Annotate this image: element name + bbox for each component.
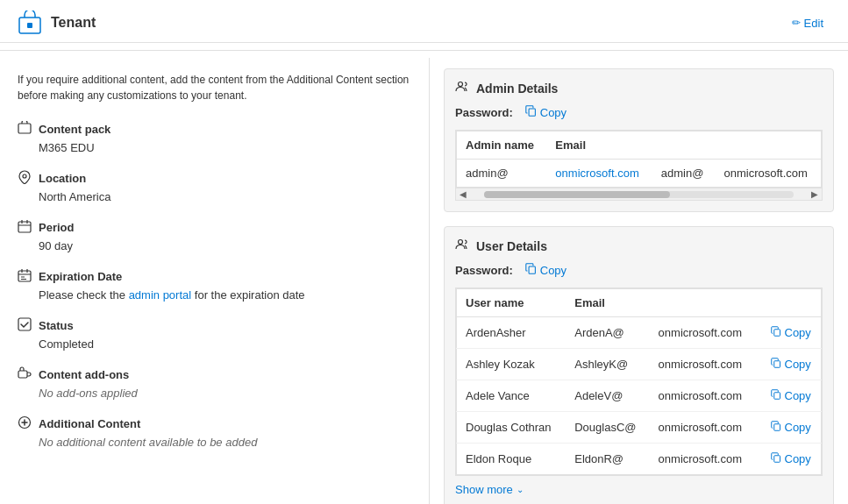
edit-button[interactable]: ✏ Edit [785,13,830,33]
location-icon [18,170,32,187]
main-layout: If you require additional content, add t… [0,58,848,504]
row-copy-button[interactable]: Copy [766,387,816,404]
username-cell: Adele Vance [457,380,567,412]
svg-rect-5 [18,271,31,281]
table-row: Adele Vance AdeleV@ onmicrosoft.com Copy [457,380,822,412]
expiration-value: Please check the admin portal for the ex… [18,288,411,302]
row-copy-cell: Copy [757,444,822,475]
email-user-cell: AshleyK@ [566,349,649,380]
row-copy-button[interactable]: Copy [766,419,816,436]
svg-rect-16 [773,424,780,431]
admin-table-col-copy [715,131,821,160]
table-row: Ashley Kozak AshleyK@ onmicrosoft.com Co… [457,349,822,380]
status-value: Completed [18,337,411,351]
user-details-block: User Details Password: Copy User name Em [444,226,834,504]
admin-email2-cell: admin@ [652,160,716,188]
additional-content-icon [18,415,32,432]
email-domain-cell: onmicrosoft.com [650,412,757,444]
row-copy-cell: Copy [757,412,822,444]
section-status: Status Completed [18,317,411,351]
additional-content-value: No additional content available to be ad… [18,436,411,449]
svg-rect-1 [27,23,32,28]
addons-value: No add-ons applied [18,387,411,400]
admin-email-cell: onmicrosoft.com [546,160,652,188]
svg-point-11 [459,240,463,245]
status-icon [18,317,32,334]
admin-details-block: Admin Details Password: Copy Admin name [444,68,834,212]
section-period: Period 90 day [18,219,411,252]
additional-content-title: Additional Content [39,417,140,430]
email-user-cell: AdeleV@ [566,380,649,412]
svg-rect-2 [18,124,31,133]
username-cell: Douglas Cothran [457,412,567,444]
admin-password-copy-button[interactable]: Copy [520,103,572,121]
admin-table-col-email: Email [546,131,652,160]
row-copy-icon [771,389,781,402]
svg-point-3 [23,174,26,178]
admin-details-title: Admin Details [476,82,558,96]
svg-point-9 [459,82,463,87]
email-domain-cell: onmicrosoft.com [650,317,757,349]
info-notice: If you require additional content, add t… [18,72,411,103]
admin-password-label: Password: [455,106,513,119]
expiration-icon [18,268,32,285]
row-copy-icon [771,452,781,465]
user-password-copy-button[interactable]: Copy [520,261,572,279]
email-domain-cell: onmicrosoft.com [650,349,757,380]
admin-email2-domain: onmicrosoft.com [715,160,821,188]
svg-rect-14 [773,361,780,368]
scroll-left-arrow[interactable]: ◀ [456,189,470,199]
admin-portal-link[interactable]: admin portal [129,288,192,302]
email-user-cell: EldonR@ [566,444,649,475]
table-row: Eldon Roque EldonR@ onmicrosoft.com Copy [457,444,822,475]
period-icon [18,219,32,236]
admin-table-scrollbar[interactable]: ◀ ▶ [456,188,822,200]
username-cell: Eldon Roque [457,444,567,475]
section-content-pack: Content pack M365 EDU [18,121,411,154]
content-pack-icon [18,121,32,138]
row-copy-button[interactable]: Copy [766,451,816,467]
email-domain-cell: onmicrosoft.com [650,444,757,475]
admin-copy-icon [525,105,537,119]
svg-rect-12 [529,266,535,273]
svg-rect-6 [18,318,31,330]
content-pack-title: Content pack [39,123,110,136]
page-header: Tenant ✏ Edit [0,0,848,43]
show-more-button[interactable]: Show more ⌄ [455,476,524,500]
user-copy-icon [525,263,537,277]
row-copy-icon [771,421,781,434]
row-copy-cell: Copy [757,380,822,412]
user-table: User name Email ArdenAsher ArdenA@ onmic… [456,288,822,475]
expiration-title: Expiration Date [39,270,122,283]
svg-rect-4 [18,222,31,232]
user-password-label: Password: [455,264,513,277]
section-additional-content: Additional Content No additional content… [18,415,411,449]
scroll-right-arrow[interactable]: ▶ [808,189,822,199]
svg-rect-7 [18,371,27,378]
location-value: North America [18,190,411,203]
location-title: Location [39,172,86,185]
row-copy-button[interactable]: Copy [766,356,816,373]
email-user-cell: ArdenA@ [566,317,649,349]
svg-rect-17 [773,456,780,463]
svg-rect-13 [773,330,780,337]
period-title: Period [39,221,74,234]
admin-name-cell: admin@ [457,160,547,188]
user-details-title: User Details [476,239,547,253]
admin-table: Admin name Email admin@ onmicrosoft.com … [456,131,822,188]
admin-details-icon [455,80,469,96]
scrollbar-thumb [484,191,670,198]
table-row: ArdenAsher ArdenA@ onmicrosoft.com Copy [457,317,822,349]
user-table-col-email: Email [566,289,649,317]
period-value: 90 day [18,239,411,252]
tenant-icon [18,11,42,35]
admin-table-col-name: Admin name [457,131,547,160]
page-title: Tenant [51,15,96,31]
row-copy-button[interactable]: Copy [766,324,816,341]
content-pack-value: M365 EDU [18,141,411,154]
scrollbar-track[interactable] [484,191,794,198]
email-user-cell: DouglasC@ [566,412,649,444]
username-cell: ArdenAsher [457,317,567,349]
admin-table-col-spacer [652,131,716,160]
addons-title: Content add-ons [39,368,129,381]
